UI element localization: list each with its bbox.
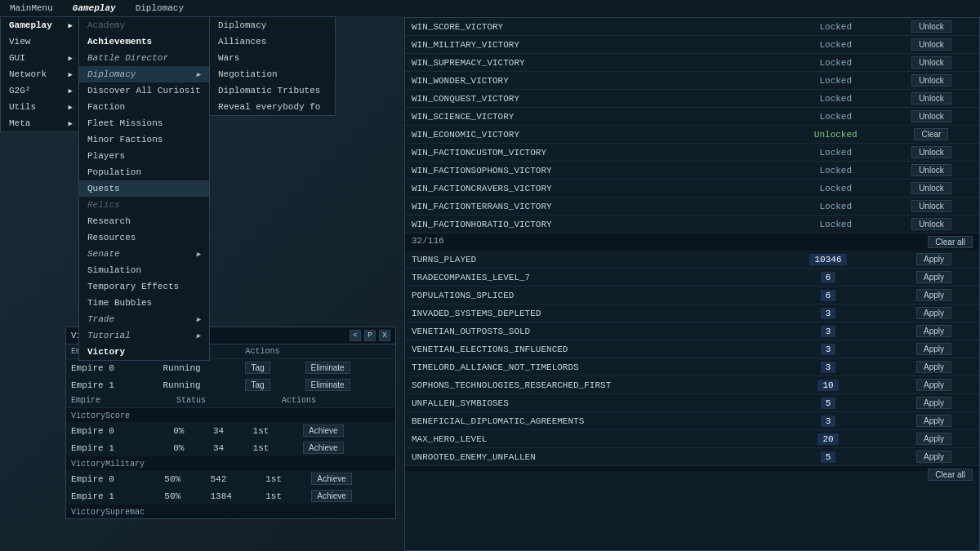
achievements-scroll[interactable]: WIN_SCORE_VICTORY Locked Unlock WIN_MILI… xyxy=(405,18,979,548)
empire-pct: 50% xyxy=(159,487,205,504)
gameplay-research[interactable]: Research xyxy=(79,213,209,229)
arrow-icon: ▶ xyxy=(69,21,73,30)
diplomacy-negotiation[interactable]: Negotiation xyxy=(210,66,335,82)
apply-button[interactable]: Apply xyxy=(916,307,951,319)
apply-button[interactable]: Apply xyxy=(916,379,951,391)
gameplay-diplomacy[interactable]: Diplomacy ▶ xyxy=(79,66,209,82)
ach-value: 10346 xyxy=(809,254,846,265)
diplomacy-tributes[interactable]: Diplomatic Tributes xyxy=(210,82,335,99)
unlock-button[interactable]: Unlock xyxy=(911,110,951,122)
unlock-button[interactable]: Unlock xyxy=(911,218,951,230)
apply-button[interactable]: Apply xyxy=(916,343,951,355)
ach-value-cell: 10 xyxy=(768,376,889,394)
apply-button[interactable]: Apply xyxy=(916,325,951,337)
victory-btn-less[interactable]: < xyxy=(350,330,361,341)
unlock-button[interactable]: Unlock xyxy=(911,74,951,87)
empire-status: Running xyxy=(158,359,240,377)
clear-all-button[interactable]: Clear all xyxy=(928,236,973,248)
table-row: TRADECOMPANIES_LEVEL_7 6 Apply xyxy=(405,269,979,287)
gameplay-quests[interactable]: Quests xyxy=(79,180,209,197)
gameplay-population[interactable]: Population xyxy=(79,164,209,180)
gameplay-temporary-effects[interactable]: Temporary Effects xyxy=(79,278,209,295)
apply-button[interactable]: Apply xyxy=(916,415,951,427)
table-row: Empire 0 Running Tag Eliminate xyxy=(66,359,395,377)
clear-all-bottom-button[interactable]: Clear all xyxy=(928,469,973,481)
diplomacy-diplomacy[interactable]: Diplomacy xyxy=(210,17,335,33)
mainmenu-g2g[interactable]: G2G² ▶ xyxy=(1,82,81,99)
apply-button[interactable]: Apply xyxy=(916,271,951,283)
mainmenu-network[interactable]: Network ▶ xyxy=(1,66,81,82)
mainmenu-meta[interactable]: Meta ▶ xyxy=(1,115,81,131)
unlock-button[interactable]: Unlock xyxy=(911,38,951,51)
mainmenu-utils[interactable]: Utils ▶ xyxy=(1,99,81,115)
table-row: VENETIAN_ELECTIONS_INFLUENCED 3 Apply xyxy=(405,340,979,358)
gameplay-relics[interactable]: Relics xyxy=(79,197,209,213)
gameplay-fleet-missions[interactable]: Fleet Missions xyxy=(79,115,209,131)
eliminate-button[interactable]: Eliminate xyxy=(305,379,350,391)
ach-action: Unlock xyxy=(884,180,979,198)
ach-status: Locked xyxy=(788,54,884,72)
apply-button[interactable]: Apply xyxy=(916,433,951,445)
gameplay-discover-curiosity[interactable]: Discover All Curiosit xyxy=(79,82,209,99)
mainmenu-view[interactable]: View xyxy=(1,33,81,50)
unlock-button[interactable]: Unlock xyxy=(911,92,951,104)
achieve-button[interactable]: Achieve xyxy=(303,442,344,454)
apply-button[interactable]: Apply xyxy=(916,289,951,301)
menu-mainmenu[interactable]: MainMenu xyxy=(0,2,63,15)
ach-action: Apply xyxy=(889,430,979,448)
achieve-button[interactable]: Achieve xyxy=(311,490,352,502)
clear-button[interactable]: Clear xyxy=(914,128,948,140)
gameplay-achievements[interactable]: Achievements xyxy=(79,33,209,50)
ach-action: Apply xyxy=(889,394,979,412)
empire-rank: 1st xyxy=(261,487,306,504)
menu-gameplay[interactable]: Gameplay xyxy=(63,2,126,15)
empire-val: 34 xyxy=(208,439,248,456)
ach-value: 10 xyxy=(817,380,838,391)
empire-name: Empire 0 xyxy=(66,470,159,487)
ach-name: UNROOTED_ENEMY_UNFALLEN xyxy=(405,448,768,466)
diplomacy-reveal-everybody[interactable]: Reveal everybody fo xyxy=(210,99,335,115)
ach-action: Apply xyxy=(889,304,979,322)
ach-name: WIN_FACTIONCRAVERS_VICTORY xyxy=(405,180,788,198)
unlock-button[interactable]: Unlock xyxy=(911,56,951,69)
ach-value: 3 xyxy=(821,415,836,427)
mainmenu-gui[interactable]: GUI ▶ xyxy=(1,50,81,66)
gameplay-battle-director[interactable]: Battle Director xyxy=(79,50,209,66)
unlock-button[interactable]: Unlock xyxy=(911,164,951,176)
eliminate-button[interactable]: Eliminate xyxy=(305,362,350,374)
diplomacy-alliances[interactable]: Alliances xyxy=(210,33,335,50)
ach-bottom-divider: Clear all xyxy=(405,466,979,471)
gameplay-academy[interactable]: Academy xyxy=(79,17,209,33)
tag-button[interactable]: Tag xyxy=(245,379,270,391)
victory-btn-p[interactable]: P xyxy=(364,330,376,341)
gameplay-victory[interactable]: Victory xyxy=(79,344,209,360)
mainmenu-gameplay[interactable]: Gameplay ▶ xyxy=(1,17,81,33)
victory-btn-close[interactable]: X xyxy=(379,330,390,341)
gameplay-simulation[interactable]: Simulation xyxy=(79,262,209,278)
menu-diplomacy[interactable]: Diplomacy xyxy=(126,2,194,15)
ach-status: Locked xyxy=(788,144,884,162)
gameplay-faction[interactable]: Faction xyxy=(79,99,209,115)
unlock-button[interactable]: Unlock xyxy=(911,20,951,33)
unlock-button[interactable]: Unlock xyxy=(911,200,951,212)
unlock-button[interactable]: Unlock xyxy=(911,146,951,158)
gameplay-senate[interactable]: Senate ▶ xyxy=(79,246,209,262)
tag-button[interactable]: Tag xyxy=(245,362,270,374)
ach-action: Apply xyxy=(889,448,979,466)
unlock-button[interactable]: Unlock xyxy=(911,182,951,194)
apply-button[interactable]: Apply xyxy=(916,253,951,265)
gameplay-minor-factions[interactable]: Minor Factions xyxy=(79,131,209,148)
diplomacy-wars[interactable]: Wars xyxy=(210,50,335,66)
gameplay-players[interactable]: Players xyxy=(79,148,209,164)
achieve-button[interactable]: Achieve xyxy=(311,473,352,485)
apply-button[interactable]: Apply xyxy=(916,397,951,409)
gameplay-trade[interactable]: Trade ▶ xyxy=(79,311,209,327)
gameplay-time-bubbles[interactable]: Time Bubbles xyxy=(79,295,209,311)
gameplay-resources[interactable]: Resources xyxy=(79,229,209,246)
apply-button[interactable]: Apply xyxy=(916,451,951,463)
ach-action: Apply xyxy=(889,269,979,287)
gameplay-tutorial[interactable]: Tutorial ▶ xyxy=(79,327,209,344)
apply-button[interactable]: Apply xyxy=(916,361,951,373)
achieve-button[interactable]: Achieve xyxy=(303,424,344,437)
ach-name: INVADED_SYSTEMS_DEPLETED xyxy=(405,304,768,322)
